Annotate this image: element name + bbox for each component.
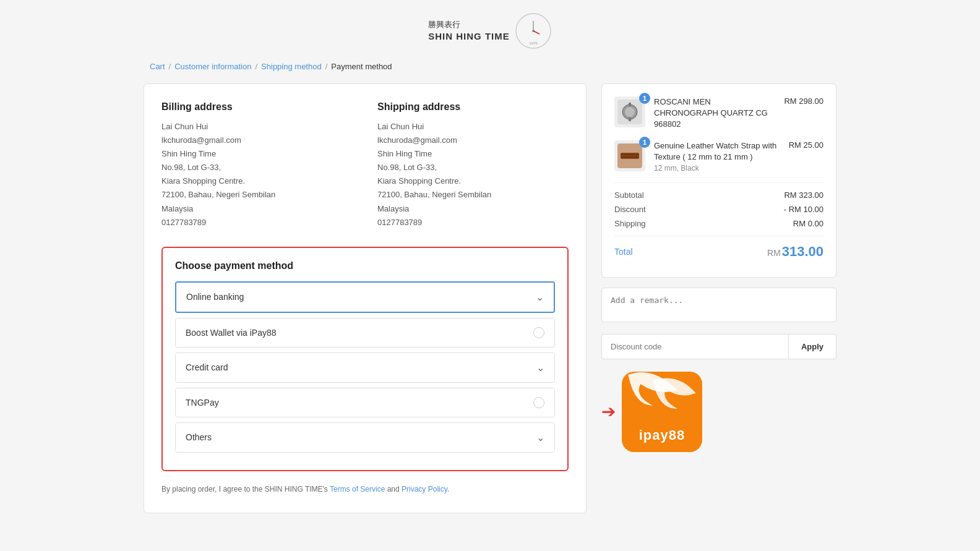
others-chevron-icon: ⌄ bbox=[536, 432, 544, 443]
logo-chinese: 勝興表行 bbox=[428, 20, 510, 30]
shipping-phone: 0127783789 bbox=[377, 216, 569, 229]
credit-card-header[interactable]: Credit card ⌄ bbox=[176, 353, 554, 382]
product-name-2: Genuine Leather Watch Strap with Texture… bbox=[654, 140, 781, 163]
addresses: Billing address Lai Chun Hui lkchuroda@g… bbox=[161, 101, 569, 229]
billing-address: Billing address Lai Chun Hui lkchuroda@g… bbox=[161, 101, 353, 229]
payment-option-online-banking[interactable]: Online banking ⌄ bbox=[175, 281, 555, 313]
product-price-1: RM 298.00 bbox=[784, 96, 823, 106]
privacy-policy-link[interactable]: Privacy Policy bbox=[402, 485, 447, 493]
subtotal-row: Subtotal RM 323.00 bbox=[614, 190, 823, 200]
terms-prefix: By placing order, I agree to the SHIN HI… bbox=[161, 485, 330, 493]
billing-address1: No.98, Lot G-33, bbox=[161, 161, 353, 174]
payment-option-boost[interactable]: Boost Wallet via iPay88 bbox=[175, 318, 555, 348]
shipping-addr-title: Shipping address bbox=[377, 101, 569, 113]
svg-rect-9 bbox=[629, 117, 631, 121]
billing-title: Billing address bbox=[161, 101, 353, 113]
shipping-addr2: Kiara Shopping Centre. bbox=[377, 174, 569, 188]
product-name-1: ROSCANI MEN CHRONOGRAPH QUARTZ CG 968802 bbox=[654, 96, 776, 130]
product-badge-1: 1 bbox=[639, 93, 650, 104]
svg-line-3 bbox=[533, 31, 539, 34]
subtotal-value: RM 323.00 bbox=[784, 190, 823, 200]
svg-text:1979: 1979 bbox=[529, 41, 538, 45]
divider-2 bbox=[614, 236, 823, 236]
right-panel: 1 ROSCANI MEN CHRONOGRAPH QUARTZ CG 9688… bbox=[601, 83, 836, 452]
logo-icon: 1979 bbox=[515, 12, 552, 49]
product-price-2: RM 25.00 bbox=[789, 140, 823, 150]
billing-address3: 72100, Bahau, Negeri Sembilan bbox=[161, 188, 353, 202]
svg-point-7 bbox=[625, 107, 635, 117]
strap-img-icon bbox=[617, 143, 642, 168]
product-row-2: 1 Genuine Leather Watch Strap with Textu… bbox=[614, 140, 823, 173]
boost-radio-icon bbox=[533, 327, 544, 338]
svg-rect-11 bbox=[621, 153, 639, 159]
payment-title: Choose payment method bbox=[175, 260, 555, 271]
payment-method-section: Choose payment method Online banking ⌄ B… bbox=[161, 247, 569, 471]
billing-phone: 0127783789 bbox=[161, 216, 353, 229]
tngpay-header[interactable]: TNGPay bbox=[176, 388, 554, 417]
shipping-address: Shipping address Lai Chun Hui lkchuroda@… bbox=[377, 101, 569, 229]
svg-rect-8 bbox=[629, 103, 631, 106]
online-banking-chevron-icon: ⌄ bbox=[536, 291, 544, 303]
breadcrumb-shipping[interactable]: Shipping method bbox=[261, 62, 322, 71]
discount-input[interactable] bbox=[601, 334, 788, 359]
tngpay-radio-icon bbox=[533, 397, 544, 408]
discount-section: Apply bbox=[601, 334, 836, 359]
others-header[interactable]: Others ⌄ bbox=[176, 423, 554, 452]
product-info-1: ROSCANI MEN CHRONOGRAPH QUARTZ CG 968802 bbox=[654, 96, 776, 130]
discount-apply-button[interactable]: Apply bbox=[788, 334, 836, 359]
shipping-company: Shin Hing Time bbox=[377, 147, 569, 161]
discount-label: Discount bbox=[614, 205, 646, 214]
remark-input[interactable] bbox=[601, 288, 836, 322]
product-info-2: Genuine Leather Watch Strap with Texture… bbox=[654, 140, 781, 173]
header: 勝興表行 SHIN HING TIME 1979 bbox=[144, 12, 836, 49]
credit-card-chevron-icon: ⌄ bbox=[536, 362, 544, 374]
payment-option-tngpay[interactable]: TNGPay bbox=[175, 388, 555, 417]
product-variant-2: 12 mm, Black bbox=[654, 164, 781, 173]
ipay88-leaf-icon bbox=[622, 372, 702, 424]
order-summary: 1 ROSCANI MEN CHRONOGRAPH QUARTZ CG 9688… bbox=[601, 83, 836, 278]
ipay88-text: ipay88 bbox=[639, 427, 686, 443]
breadcrumb-sep2: / bbox=[255, 62, 257, 71]
shipping-row: Shipping RM 0.00 bbox=[614, 219, 823, 228]
shipping-country: Malaysia bbox=[377, 202, 569, 216]
product-badge-2: 1 bbox=[639, 137, 650, 148]
logo: 勝興表行 SHIN HING TIME 1979 bbox=[428, 12, 552, 49]
payment-option-others[interactable]: Others ⌄ bbox=[175, 422, 555, 453]
discount-row: Discount - RM 10.00 bbox=[614, 205, 823, 214]
total-value-group: RM313.00 bbox=[767, 244, 823, 260]
ipay88-container: ➔ ipay88 bbox=[601, 372, 836, 452]
terms-of-service-link[interactable]: Terms of Service bbox=[330, 485, 385, 493]
online-banking-header[interactable]: Online banking ⌄ bbox=[176, 283, 554, 312]
terms-text: By placing order, I agree to the SHIN HI… bbox=[161, 484, 569, 495]
credit-card-label: Credit card bbox=[186, 362, 228, 372]
svg-rect-12 bbox=[621, 154, 639, 155]
breadcrumb-cart[interactable]: Cart bbox=[150, 62, 165, 71]
online-banking-label: Online banking bbox=[186, 292, 244, 302]
left-panel: Billing address Lai Chun Hui lkchuroda@g… bbox=[144, 83, 587, 513]
shipping-value: RM 0.00 bbox=[793, 219, 823, 228]
shipping-name: Lai Chun Hui bbox=[377, 120, 569, 134]
total-currency: RM bbox=[767, 248, 781, 258]
breadcrumb: Cart / Customer information / Shipping m… bbox=[144, 62, 836, 71]
boost-header[interactable]: Boost Wallet via iPay88 bbox=[176, 318, 554, 347]
billing-country: Malaysia bbox=[161, 202, 353, 216]
billing-company: Shin Hing Time bbox=[161, 147, 353, 161]
discount-value: - RM 10.00 bbox=[784, 205, 823, 214]
breadcrumb-customer-info[interactable]: Customer information bbox=[174, 62, 251, 71]
total-label: Total bbox=[614, 247, 633, 257]
logo-english: SHIN HING TIME bbox=[428, 30, 510, 43]
remark-section bbox=[601, 288, 836, 324]
billing-email: lkchuroda@gmail.com bbox=[161, 134, 353, 147]
total-row: Total RM313.00 bbox=[614, 244, 823, 260]
product-row-1: 1 ROSCANI MEN CHRONOGRAPH QUARTZ CG 9688… bbox=[614, 96, 823, 130]
main-layout: Billing address Lai Chun Hui lkchuroda@g… bbox=[144, 83, 836, 513]
product-img-wrap-1: 1 bbox=[614, 96, 647, 127]
payment-option-credit-card[interactable]: Credit card ⌄ bbox=[175, 352, 555, 383]
shipping-label: Shipping bbox=[614, 219, 646, 228]
terms-period: . bbox=[447, 485, 449, 493]
tngpay-label: TNGPay bbox=[186, 398, 219, 408]
divider-1 bbox=[614, 182, 823, 183]
subtotal-label: Subtotal bbox=[614, 190, 644, 200]
billing-address2: Kiara Shopping Centre. bbox=[161, 174, 353, 188]
shipping-addr1: No.98, Lot G-33, bbox=[377, 161, 569, 174]
